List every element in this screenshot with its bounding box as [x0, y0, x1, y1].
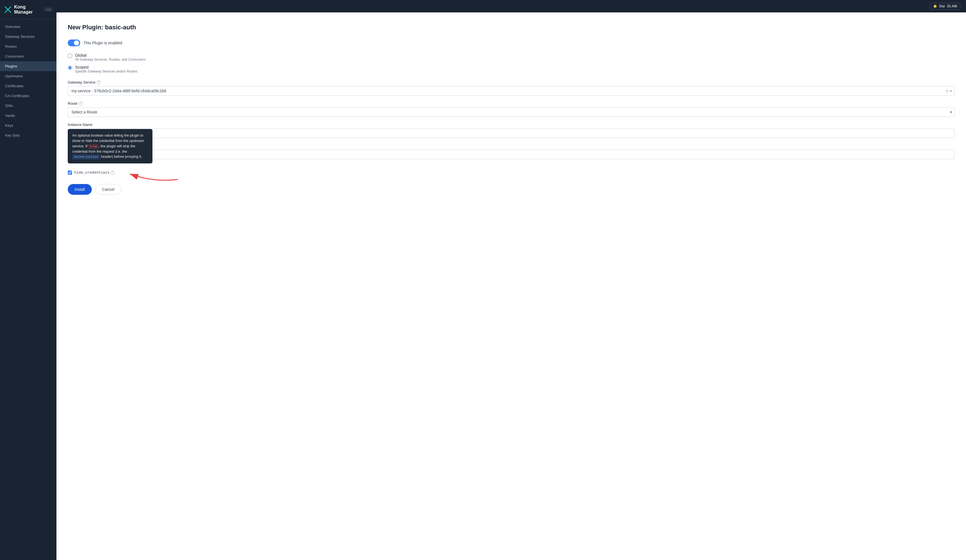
install-button[interactable]: Install: [68, 184, 92, 195]
global-radio-title: Global: [75, 53, 145, 57]
sidebar-header: Kong Manager OSS: [0, 0, 56, 20]
sidebar-item-key-sets[interactable]: Key Sets: [0, 130, 56, 140]
instance-name-input[interactable]: [68, 128, 955, 138]
route-select[interactable]: Select a Route: [68, 107, 955, 117]
hide-credentials-checkbox[interactable]: [68, 171, 72, 175]
app-title: Kong Manager: [14, 5, 41, 15]
global-radio-input[interactable]: [68, 54, 72, 58]
gateway-service-icons: ⊙ ▾: [945, 89, 952, 93]
scoped-radio-text: Scoped Specific Gateway Services and/or …: [75, 65, 138, 73]
instance-name-field-group: Instance Name: [68, 123, 955, 138]
clear-icon[interactable]: ⊙: [945, 89, 949, 93]
global-radio-desc: All Gateway Services, Routes, and Consum…: [75, 57, 145, 62]
sidebar: Kong Manager OSS Overview Gateway Servic…: [0, 0, 56, 560]
tags-label: Tags ?: [68, 144, 955, 148]
hide-credentials-label: hide_credentials ?: [74, 171, 115, 175]
sidebar-item-ca-certificates[interactable]: CA Certificates: [0, 91, 56, 101]
sidebar-item-snis[interactable]: SNIs: [0, 101, 56, 111]
hide-credentials-help-icon[interactable]: ?: [111, 171, 115, 175]
gateway-service-help-icon[interactable]: ?: [97, 80, 100, 84]
instance-name-label: Instance Name: [68, 123, 955, 127]
route-select-wrapper: Select a Route ▾: [68, 107, 955, 117]
tags-input[interactable]: [68, 149, 955, 159]
star-count: 35,488: [947, 4, 957, 8]
route-help-icon[interactable]: ?: [79, 102, 83, 105]
form-actions: Install Cancel: [68, 184, 955, 195]
global-radio-text: Global All Gateway Services, Routes, and…: [75, 53, 145, 62]
cancel-button[interactable]: Cancel: [95, 184, 122, 195]
sidebar-item-upstreams[interactable]: Upstreams: [0, 71, 56, 81]
oss-badge: OSS: [44, 8, 53, 11]
scoped-radio-desc: Specific Gateway Services and/or Routes: [75, 69, 138, 73]
plugin-enabled-toggle-row: This Plugin is enabled: [68, 39, 955, 46]
star-label: Star: [939, 4, 945, 8]
global-radio-option[interactable]: Global All Gateway Services, Routes, and…: [68, 53, 955, 62]
gateway-service-input[interactable]: [68, 86, 955, 96]
page-title: New Plugin: basic-auth: [68, 24, 955, 31]
sidebar-item-consumers[interactable]: Consumers: [0, 51, 56, 61]
scoped-radio-option[interactable]: Scoped Specific Gateway Services and/or …: [68, 65, 955, 73]
hide-credentials-section: An optional boolean value telling the pl…: [68, 165, 115, 175]
scope-radio-group: Global All Gateway Services, Routes, and…: [68, 53, 955, 73]
sidebar-item-gateway-services[interactable]: Gateway Services: [0, 31, 56, 41]
github-icon: ⭐: [933, 4, 937, 8]
sidebar-item-overview[interactable]: Overview: [0, 22, 56, 31]
route-field-group: Route ? Select a Route ▾: [68, 101, 955, 117]
main-content: New Plugin: basic-auth This Plugin is en…: [56, 12, 966, 560]
scoped-radio-input[interactable]: [68, 66, 72, 70]
scoped-radio-title: Scoped: [75, 65, 138, 69]
sidebar-item-routes[interactable]: Routes: [0, 41, 56, 51]
sidebar-item-keys[interactable]: Keys: [0, 120, 56, 130]
plugin-enabled-toggle[interactable]: [68, 39, 80, 46]
tags-field-group: Tags ?: [68, 144, 955, 159]
gateway-service-label: Gateway Service ?: [68, 80, 955, 84]
toggle-slider: [68, 39, 80, 46]
gateway-service-input-wrapper: ⊙ ▾: [68, 86, 955, 96]
toggle-label: This Plugin is enabled: [84, 41, 122, 45]
gateway-service-field-group: Gateway Service ? ⊙ ▾: [68, 80, 955, 96]
sidebar-item-plugins[interactable]: Plugins: [0, 61, 56, 71]
chevron-down-icon[interactable]: ▾: [950, 89, 952, 93]
star-button[interactable]: ⭐ Star 35,488: [930, 3, 960, 10]
sidebar-item-certificates[interactable]: Certificates: [0, 81, 56, 91]
hide-credentials-row: hide_credentials ?: [68, 171, 115, 175]
tags-help-icon[interactable]: ?: [77, 144, 80, 148]
route-label: Route ?: [68, 101, 955, 105]
sidebar-item-vaults[interactable]: Vaults: [0, 111, 56, 120]
annotation-arrow: [124, 168, 181, 182]
kong-logo-icon: [4, 6, 12, 13]
sidebar-nav: Overview Gateway Services Routes Consume…: [0, 20, 56, 560]
